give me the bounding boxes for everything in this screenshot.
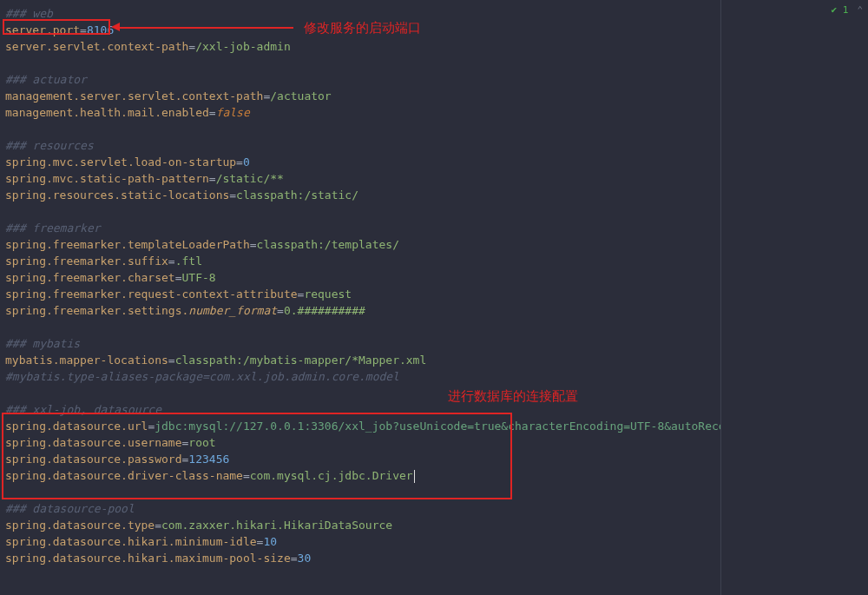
code-line[interactable]: spring.datasource.username=root <box>5 434 720 451</box>
code-line[interactable] <box>5 55 720 71</box>
code-line[interactable]: mybatis.mapper-locations=classpath:/myba… <box>5 352 720 368</box>
code-line[interactable]: #mybatis.type-aliases-package=com.xxl.jo… <box>5 368 720 385</box>
editor-status-bar: ✔ 1 ⌃ <box>832 2 864 18</box>
code-line[interactable]: ### web <box>5 5 720 22</box>
code-line[interactable]: spring.mvc.servlet.load-on-startup=0 <box>5 154 720 170</box>
code-line[interactable]: spring.freemarker.settings.number_format… <box>5 302 720 319</box>
code-line[interactable]: spring.freemarker.request-context-attrib… <box>5 286 720 302</box>
code-line[interactable]: spring.resources.static-locations=classp… <box>5 187 720 203</box>
code-editor[interactable]: ### webserver.port=8106server.servlet.co… <box>0 0 720 595</box>
code-line[interactable]: spring.mvc.static-path-pattern=/static/*… <box>5 170 720 187</box>
code-line[interactable] <box>5 203 720 220</box>
code-line[interactable]: ### actuator <box>5 71 720 88</box>
code-line[interactable]: spring.datasource.hikari.maximum-pool-si… <box>5 550 720 566</box>
check-icon: ✔ 1 <box>832 2 849 18</box>
code-line[interactable]: ### resources <box>5 137 720 154</box>
chevron-up-icon[interactable]: ⌃ <box>857 2 863 18</box>
code-line[interactable]: spring.freemarker.templateLoaderPath=cla… <box>5 236 720 253</box>
code-line[interactable]: spring.freemarker.suffix=.ftl <box>5 253 720 269</box>
code-line[interactable]: ### freemarker <box>5 220 720 236</box>
code-line[interactable] <box>5 121 720 137</box>
text-cursor <box>414 470 415 483</box>
code-line[interactable]: spring.datasource.type=com.zaxxer.hikari… <box>5 517 720 533</box>
code-line[interactable]: ### xxl-job, datasource <box>5 401 720 418</box>
code-line[interactable] <box>5 319 720 335</box>
code-line[interactable]: ### mybatis <box>5 335 720 352</box>
code-line[interactable]: spring.datasource.hikari.minimum-idle=10 <box>5 533 720 550</box>
code-line[interactable]: ### datasource-pool <box>5 500 720 517</box>
code-line[interactable]: spring.datasource.url=jdbc:mysql://127.0… <box>5 418 720 434</box>
code-line[interactable] <box>5 385 720 401</box>
code-line[interactable]: server.port=8106 <box>5 22 720 38</box>
right-panel <box>721 0 868 595</box>
code-line[interactable]: management.server.servlet.context-path=/… <box>5 88 720 104</box>
code-line[interactable]: spring.datasource.password=123456 <box>5 451 720 467</box>
code-line[interactable]: management.health.mail.enabled=false <box>5 104 720 121</box>
code-line[interactable]: server.servlet.context-path=/xxl-job-adm… <box>5 38 720 55</box>
code-line[interactable]: spring.datasource.driver-class-name=com.… <box>5 467 720 484</box>
code-line[interactable] <box>5 484 720 500</box>
code-line[interactable]: spring.freemarker.charset=UTF-8 <box>5 269 720 286</box>
